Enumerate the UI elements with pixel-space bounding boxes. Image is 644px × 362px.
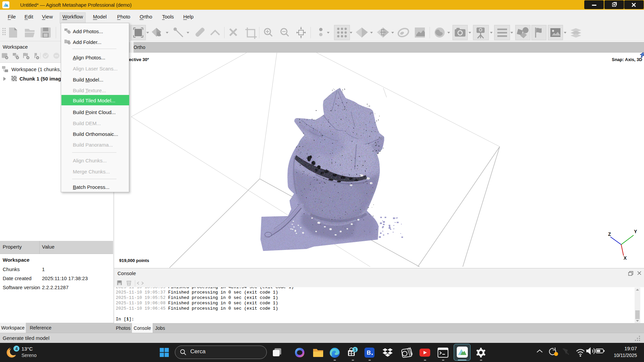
svg-text:1: 1 — [354, 348, 356, 352]
svg-text:Z: Z — [608, 231, 611, 237]
svg-text:4: 4 — [15, 346, 18, 351]
svg-text:B: B — [367, 350, 371, 356]
svg-text:Y: Y — [634, 229, 637, 234]
svg-text:X: X — [624, 255, 627, 261]
